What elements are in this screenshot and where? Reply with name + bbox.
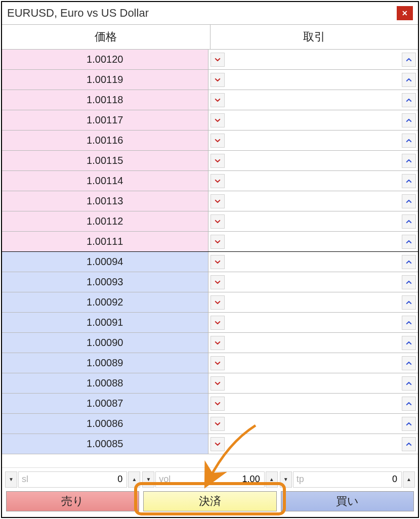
order-window: EURUSD, Euro vs US Dollar ✕ 価格 取引 1.0012… [1, 1, 419, 518]
trade-cell [208, 151, 418, 170]
sell-button[interactable]: 売り [6, 491, 139, 511]
sell-at-price-button[interactable] [211, 194, 225, 208]
price-row-bid: 1.00086 [2, 414, 418, 434]
settle-button[interactable]: 決済 [143, 491, 276, 511]
tp-value: 0 [392, 474, 397, 485]
sl-group: ▼ sl 0 ▲ [5, 471, 140, 488]
chevron-down-icon [214, 117, 221, 124]
tp-down-button[interactable]: ▼ [280, 471, 292, 488]
trade-cell [208, 110, 418, 130]
sell-at-price-button[interactable] [211, 93, 225, 107]
chevron-up-icon [405, 299, 412, 306]
sell-at-price-button[interactable] [211, 134, 225, 148]
price-value: 1.00116 [2, 131, 208, 150]
price-rows: 1.001201.001191.001181.001171.001161.001… [2, 50, 418, 467]
sell-at-price-button[interactable] [211, 316, 225, 330]
price-value: 1.00113 [2, 191, 208, 211]
sell-at-price-button[interactable] [211, 53, 225, 67]
buy-at-price-button[interactable] [402, 174, 416, 188]
vol-down-button[interactable]: ▼ [142, 471, 154, 488]
sell-at-price-button[interactable] [211, 336, 225, 350]
sell-at-price-button[interactable] [211, 417, 225, 431]
chevron-down-icon [214, 157, 221, 164]
chevron-up-icon [405, 400, 412, 407]
sl-up-button[interactable]: ▲ [128, 471, 140, 488]
buy-at-price-button[interactable] [402, 154, 416, 168]
tp-up-button[interactable]: ▲ [403, 471, 415, 488]
price-value: 1.00112 [2, 211, 208, 231]
buy-at-price-button[interactable] [402, 437, 416, 451]
table-header: 価格 取引 [2, 24, 418, 50]
trade-cell [208, 70, 418, 90]
sell-at-price-button[interactable] [211, 113, 225, 127]
chevron-up-icon [405, 319, 412, 326]
sell-at-price-button[interactable] [211, 235, 225, 249]
vol-up-button[interactable]: ▲ [266, 471, 278, 488]
price-value: 1.00117 [2, 110, 208, 130]
buy-at-price-button[interactable] [402, 214, 416, 229]
close-button[interactable]: ✕ [397, 6, 413, 20]
trade-cell [208, 272, 418, 292]
sell-at-price-button[interactable] [211, 73, 225, 87]
buy-at-price-button[interactable] [402, 397, 416, 411]
buy-at-price-button[interactable] [402, 356, 416, 370]
chevron-up-icon [405, 238, 412, 245]
buy-at-price-button[interactable] [402, 134, 416, 148]
chevron-down-icon [214, 198, 221, 205]
trade-cell [208, 50, 418, 69]
price-value: 1.00114 [2, 171, 208, 191]
buy-at-price-button[interactable] [402, 336, 416, 350]
buy-at-price-button[interactable] [402, 316, 416, 330]
chevron-up-icon [405, 178, 412, 185]
trade-cell [208, 394, 418, 413]
sl-input[interactable]: sl 0 [18, 471, 127, 488]
buy-at-price-button[interactable] [402, 73, 416, 87]
price-value: 1.00118 [2, 90, 208, 110]
sell-at-price-button[interactable] [211, 356, 225, 370]
buy-at-price-button[interactable] [402, 194, 416, 208]
buy-at-price-button[interactable] [402, 417, 416, 431]
buy-at-price-button[interactable] [402, 53, 416, 67]
price-value: 1.00085 [2, 434, 208, 454]
sell-at-price-button[interactable] [211, 397, 225, 411]
buy-at-price-button[interactable] [402, 275, 416, 289]
close-icon: ✕ [402, 9, 408, 17]
buy-at-price-button[interactable] [402, 113, 416, 127]
chevron-down-icon [214, 56, 221, 63]
price-row-bid: 1.00094 [2, 252, 418, 272]
sl-down-button[interactable]: ▼ [5, 471, 17, 488]
sell-at-price-button[interactable] [211, 376, 225, 391]
sell-at-price-button[interactable] [211, 255, 225, 269]
trade-cell [208, 131, 418, 150]
price-value: 1.00089 [2, 353, 208, 373]
buy-button[interactable]: 買い [281, 491, 414, 511]
buy-at-price-button[interactable] [402, 376, 416, 391]
sell-at-price-button[interactable] [211, 174, 225, 188]
sell-at-price-button[interactable] [211, 154, 225, 168]
tp-group: ▼ tp 0 ▲ [280, 471, 415, 488]
price-row-ask: 1.00114 [2, 171, 418, 191]
buy-at-price-button[interactable] [402, 93, 416, 107]
chevron-up-icon [405, 258, 412, 266]
price-row-ask: 1.00112 [2, 211, 418, 232]
buy-at-price-button[interactable] [402, 295, 416, 310]
chevron-down-icon [214, 441, 221, 448]
buy-at-price-button[interactable] [402, 255, 416, 269]
vol-input[interactable]: vol 1.00 [155, 471, 264, 488]
sell-at-price-button[interactable] [211, 275, 225, 289]
price-value: 1.00115 [2, 151, 208, 170]
action-row: 売り 決済 買い [2, 491, 418, 517]
price-row-ask: 1.00111 [2, 232, 418, 252]
price-value: 1.00088 [2, 373, 208, 393]
chevron-up-icon [405, 137, 412, 144]
sell-at-price-button[interactable] [211, 437, 225, 451]
buy-at-price-button[interactable] [402, 235, 416, 249]
chevron-down-icon [214, 76, 221, 83]
buy-label: 買い [336, 494, 359, 509]
trade-cell [208, 191, 418, 211]
sell-at-price-button[interactable] [211, 295, 225, 310]
sell-at-price-button[interactable] [211, 214, 225, 229]
price-row-bid: 1.00092 [2, 292, 418, 313]
tp-input[interactable]: tp 0 [293, 471, 402, 488]
chevron-down-icon [214, 400, 221, 407]
